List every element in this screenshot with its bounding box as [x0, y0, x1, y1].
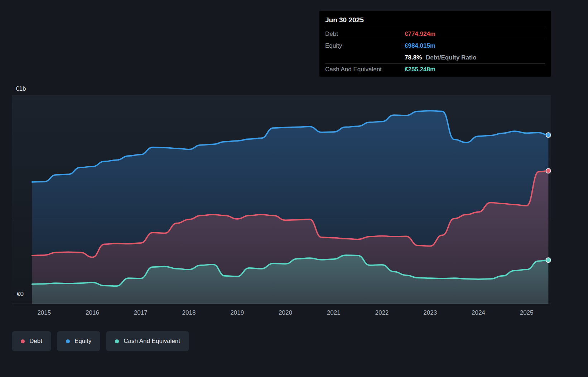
x-tick-label: 2015 [37, 309, 51, 316]
tooltip-debt-value: €774.924m [405, 30, 435, 38]
x-tick-label: 2019 [230, 309, 244, 316]
x-tick-label: 2021 [327, 309, 341, 316]
tooltip-row-ratio: 78.8% Debt/Equity Ratio [325, 52, 545, 63]
y-axis-label-1b: €1b [16, 85, 26, 92]
x-tick-label: 2022 [375, 309, 389, 316]
debt-dot-icon [21, 339, 25, 343]
equity-end-marker [546, 133, 551, 137]
x-tick-label: 2016 [86, 309, 99, 316]
x-tick-label: 2020 [279, 309, 292, 316]
tooltip-cash-label: Cash And Equivalent [325, 66, 405, 73]
tooltip-ratio-value-group: 78.8% Debt/Equity Ratio [405, 54, 477, 61]
tooltip-equity-value: €984.015m [405, 42, 435, 49]
tooltip-row-equity: Equity €984.015m [325, 40, 545, 52]
cash-end-marker [546, 258, 551, 262]
debt-equity-ratio-label: Debt/Equity Ratio [426, 54, 477, 61]
legend-cash-label: Cash And Equivalent [124, 338, 180, 345]
chart-legend: Debt Equity Cash And Equivalent [12, 331, 189, 351]
legend-item-debt[interactable]: Debt [12, 331, 51, 351]
debt-end-marker [546, 168, 551, 173]
chart-svg[interactable]: 2015201620172018201920202021202220232024… [12, 96, 551, 318]
legend-item-equity[interactable]: Equity [57, 331, 100, 351]
tooltip-debt-label: Debt [325, 30, 405, 38]
tooltip-equity-label: Equity [325, 42, 405, 49]
x-tick-label: 2017 [134, 309, 148, 316]
debt-equity-history-chart: Jun 30 2025 Debt €774.924m Equity €984.0… [0, 0, 588, 377]
x-tick-label: 2024 [472, 309, 485, 316]
legend-debt-label: Debt [29, 338, 42, 345]
x-tick-label: 2023 [423, 309, 437, 316]
equity-dot-icon [66, 339, 70, 343]
tooltip-row-cash: Cash And Equivalent €255.248m [325, 63, 545, 75]
cash-dot-icon [115, 339, 119, 343]
debt-equity-ratio-value: 78.8% [405, 54, 422, 61]
x-tick-label: 2018 [182, 309, 196, 316]
tooltip-row-debt: Debt €774.924m [325, 28, 545, 40]
legend-equity-label: Equity [74, 338, 91, 345]
x-tick-label: 2025 [520, 309, 534, 316]
tooltip-date: Jun 30 2025 [325, 11, 545, 28]
date-tooltip: Jun 30 2025 Debt €774.924m Equity €984.0… [319, 11, 551, 77]
tooltip-cash-value: €255.248m [405, 66, 435, 73]
legend-item-cash[interactable]: Cash And Equivalent [106, 331, 189, 351]
